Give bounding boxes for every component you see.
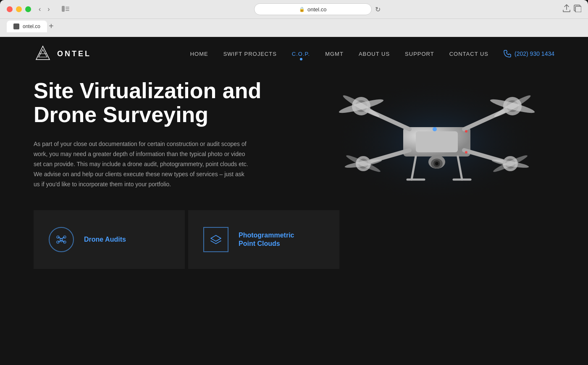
svg-point-41	[465, 151, 467, 154]
drone-audits-icon	[49, 227, 74, 252]
active-tab[interactable]: ontel.co	[7, 21, 47, 32]
svg-rect-2	[66, 8, 69, 9]
svg-rect-5	[575, 6, 581, 12]
svg-rect-1	[66, 7, 69, 8]
browser-chrome: ‹ › 🔒 ontel.co ↻	[0, 0, 588, 37]
phone-icon	[504, 50, 511, 57]
nav-mgmt[interactable]: MGMT	[325, 51, 344, 57]
back-button[interactable]: ‹	[36, 5, 43, 14]
address-input[interactable]: 🔒 ontel.co	[254, 3, 372, 15]
svg-point-39	[435, 162, 438, 165]
logo[interactable]: ONTEL	[34, 44, 91, 63]
drone-svg	[315, 58, 559, 209]
address-bar-container: 🔒 ontel.co ↻	[77, 3, 558, 15]
nav-cop[interactable]: C.O.P.	[292, 51, 310, 57]
toolbar-right	[563, 4, 581, 15]
minimize-button[interactable]	[16, 6, 22, 12]
new-tab-button[interactable]: +	[49, 21, 54, 31]
nav-contact-us[interactable]: CONTACT US	[449, 51, 488, 57]
svg-point-42	[433, 127, 437, 131]
drone-icon	[55, 233, 68, 246]
phone-number: (202) 930 1434	[514, 50, 554, 57]
nav-links: HOME SWIFT PROJECTS C.O.P. MGMT ABOUT US…	[190, 51, 488, 57]
hero-title: Site Virtualization and Drone Surveying	[34, 79, 269, 127]
share-button[interactable]	[563, 4, 570, 15]
svg-marker-6	[36, 46, 50, 60]
new-window-button[interactable]	[574, 5, 581, 14]
drone-image	[302, 54, 571, 213]
tab-bar: ontel.co +	[0, 18, 588, 34]
point-clouds-card[interactable]: PhotogrammetricPoint Clouds	[188, 210, 339, 269]
main-nav: ONTEL HOME SWIFT PROJECTS C.O.P. MGMT AB…	[0, 37, 588, 70]
url-text: ontel.co	[307, 6, 327, 13]
service-cards: Drone Audits PhotogrammetricPoint Clouds	[34, 210, 554, 269]
nav-phone[interactable]: (202) 930 1434	[504, 50, 554, 57]
forward-button[interactable]: ›	[45, 5, 52, 14]
tab-favicon	[13, 23, 19, 29]
logo-text: ONTEL	[57, 50, 91, 58]
browser-nav-buttons: ‹ ›	[36, 5, 52, 14]
nav-home[interactable]: HOME	[190, 51, 208, 57]
hero-section: Site Virtualization and Drone Surveying …	[0, 70, 588, 189]
hero-description: As part of your close out documentation …	[34, 139, 252, 189]
fullscreen-button[interactable]	[25, 6, 31, 12]
svg-rect-3	[66, 10, 69, 11]
point-clouds-icon	[203, 227, 228, 252]
svg-rect-51	[60, 239, 63, 240]
lock-icon: 🔒	[299, 7, 305, 12]
svg-rect-0	[62, 6, 65, 12]
drone-audits-card[interactable]: Drone Audits	[34, 210, 185, 269]
svg-point-40	[465, 130, 467, 133]
nav-about-us[interactable]: ABOUT US	[359, 51, 390, 57]
logo-icon	[34, 44, 52, 63]
sidebar-toggle-button[interactable]	[59, 4, 72, 15]
nav-support[interactable]: SUPPORT	[405, 51, 434, 57]
browser-titlebar: ‹ › 🔒 ontel.co ↻	[0, 0, 588, 18]
refresh-button[interactable]: ↻	[375, 5, 381, 13]
traffic-lights	[7, 6, 31, 12]
point-clouds-label: PhotogrammetricPoint Clouds	[239, 231, 294, 249]
tab-label: ontel.co	[23, 23, 40, 29]
website: ONTEL HOME SWIFT PROJECTS C.O.P. MGMT AB…	[0, 37, 588, 365]
layers-icon	[209, 233, 223, 246]
drone-audits-label: Drone Audits	[84, 235, 126, 244]
nav-swift-projects[interactable]: SWIFT PROJECTS	[223, 51, 277, 57]
svg-rect-11	[416, 131, 458, 152]
close-button[interactable]	[7, 6, 13, 12]
svg-marker-7	[39, 50, 47, 57]
hero-content: Site Virtualization and Drone Surveying …	[34, 79, 269, 189]
